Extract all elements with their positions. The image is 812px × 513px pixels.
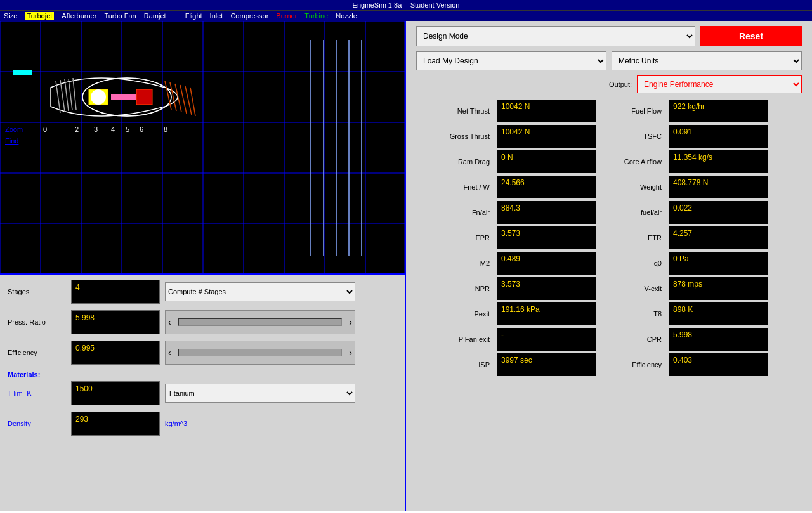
load-units-row: Load My Design Metric Units Imperial Uni… — [416, 51, 802, 70]
svg-line-31 — [60, 80, 65, 112]
pexit-label: Pexit — [416, 310, 492, 318]
svg-text:8: 8 — [164, 126, 167, 133]
net-thrust-label: Net Thrust — [416, 107, 492, 115]
density-value: 293 — [71, 412, 160, 436]
press-ratio-right-arrow[interactable]: › — [349, 317, 352, 327]
reset-button[interactable]: Reset — [700, 26, 802, 46]
menu-bar: Size Turbojet Afterburner Turbo Fan Ramj… — [0, 11, 812, 21]
gross-thrust-value: 10042 N — [497, 125, 596, 148]
press-ratio-label: Press. Ratio — [8, 318, 71, 326]
etr-value: 4.257 — [669, 226, 768, 249]
zoom-link[interactable]: Zoom — [5, 126, 23, 133]
menu-afterburner[interactable]: Afterburner — [62, 12, 96, 20]
etr-label: ETR — [601, 234, 664, 242]
v-exit-value: 878 mps — [669, 277, 768, 300]
performance-table: Net Thrust 10042 N Fuel Flow 922 kg/hr G… — [416, 100, 802, 376]
menu-size[interactable]: Size — [4, 12, 17, 20]
load-design-select[interactable]: Load My Design — [416, 51, 606, 70]
app-title-bar: EngineSim 1.8a -- Student Version — [0, 0, 812, 11]
svg-line-32 — [65, 79, 69, 111]
svg-text:3: 3 — [94, 126, 98, 133]
fn-air-value: 884.3 — [497, 201, 596, 224]
press-ratio-left-arrow[interactable]: ‹ — [168, 317, 171, 327]
weight-label: Weight — [601, 183, 664, 191]
units-select[interactable]: Metric Units Imperial Units — [612, 51, 802, 70]
main-layout: 0 2 3 4 5 6 8 — [0, 21, 812, 511]
stages-label: Stages — [8, 288, 71, 295]
menu-compressor[interactable]: Compressor — [230, 12, 268, 20]
menu-nozzle[interactable]: Nozzle — [336, 12, 357, 20]
isp-value: 3997 sec — [497, 353, 596, 376]
density-label: Density — [8, 420, 71, 427]
menu-ramjet[interactable]: Ramjet — [144, 12, 166, 20]
right-panel: Design Mode Off Design Reset Load My Des… — [406, 21, 812, 511]
svg-text:2: 2 — [75, 126, 79, 133]
svg-point-28 — [91, 89, 106, 105]
material-dropdown[interactable]: Titanium Steel Aluminum Nickel — [165, 384, 355, 403]
epr-label: EPR — [416, 234, 492, 242]
left-panel: 0 2 3 4 5 6 8 — [0, 21, 406, 511]
efficiency-right-arrow[interactable]: › — [349, 347, 352, 358]
stages-dropdown[interactable]: Compute # Stages 12345 — [165, 282, 355, 301]
m2-label: M2 — [416, 259, 492, 267]
svg-line-30 — [56, 81, 60, 113]
p-fan-exit-value: - — [497, 328, 596, 351]
efficiency-row: Efficiency 0.995 ‹ › — [8, 341, 397, 365]
perf-efficiency-label: Efficiency — [601, 361, 664, 368]
m2-value: 0.489 — [497, 252, 596, 275]
ram-drag-value: 0 N — [497, 150, 596, 173]
efficiency-label: Efficiency — [8, 349, 71, 356]
fuel-flow-value: 922 kg/hr — [669, 100, 768, 122]
menu-turbofan[interactable]: Turbo Fan — [104, 12, 136, 20]
fuel-flow-label: Fuel Flow — [601, 107, 664, 115]
svg-line-34 — [73, 78, 76, 110]
output-select[interactable]: Engine Performance Inlet Performance Noz… — [637, 75, 802, 93]
menu-flight[interactable]: Flight — [185, 12, 202, 20]
engine-canvas: 0 2 3 4 5 6 8 — [0, 21, 405, 275]
tlim-label: T lim -K — [8, 389, 71, 397]
press-ratio-track[interactable] — [178, 318, 342, 326]
fuel-air-label: fuel/air — [601, 209, 664, 216]
top-controls: Design Mode Off Design Reset — [416, 26, 802, 46]
stages-row: Stages 4 Compute # Stages 12345 — [8, 280, 397, 304]
menu-inlet[interactable]: Inlet — [210, 12, 223, 20]
fnet-w-label: Fnet / W — [416, 183, 492, 191]
v-exit-label: V-exit — [601, 285, 664, 292]
ram-drag-label: Ram Drag — [416, 158, 492, 166]
pexit-value: 191.16 kPa — [497, 302, 596, 325]
design-mode-select[interactable]: Design Mode Off Design — [416, 26, 695, 46]
cpr-label: CPR — [601, 335, 664, 343]
tsfc-value: 0.091 — [669, 125, 768, 148]
press-ratio-row: Press. Ratio 5.998 ‹ › — [8, 310, 397, 334]
app-title: EngineSim 1.8a -- Student Version — [353, 1, 460, 9]
efficiency-slider[interactable]: ‹ › — [165, 341, 355, 365]
density-row: Density 293 kg/m^3 — [8, 412, 397, 436]
q0-value: 0 Pa — [669, 252, 768, 275]
svg-rect-24 — [13, 70, 32, 75]
menu-turbojet[interactable]: Turbojet — [25, 12, 54, 20]
svg-text:4: 4 — [111, 126, 115, 133]
find-link[interactable]: Find — [5, 137, 18, 145]
press-ratio-slider[interactable]: ‹ › — [165, 310, 355, 334]
t8-value: 898 K — [669, 302, 768, 325]
menu-burner[interactable]: Burner — [276, 12, 297, 20]
efficiency-value: 0.995 — [71, 341, 160, 365]
controls-area: Stages 4 Compute # Stages 12345 Press. R… — [0, 275, 405, 511]
gross-thrust-label: Gross Thrust — [416, 133, 492, 140]
epr-value: 3.573 — [497, 226, 596, 249]
stages-value: 4 — [71, 280, 160, 304]
svg-text:0: 0 — [43, 126, 47, 133]
npr-value: 3.573 — [497, 277, 596, 300]
core-airflow-label: Core Airflow — [601, 158, 664, 166]
efficiency-left-arrow[interactable]: ‹ — [168, 347, 171, 358]
efficiency-track[interactable] — [178, 349, 342, 356]
tlim-value: 1500 — [71, 381, 160, 405]
tsfc-label: TSFC — [601, 133, 664, 140]
npr-label: NPR — [416, 285, 492, 292]
output-row: Output: Engine Performance Inlet Perform… — [416, 75, 802, 93]
t8-label: T8 — [601, 310, 664, 318]
menu-turbine[interactable]: Turbine — [304, 12, 328, 20]
core-airflow-value: 11.354 kg/s — [669, 150, 768, 173]
q0-label: q0 — [601, 259, 664, 267]
output-label: Output: — [609, 81, 632, 88]
